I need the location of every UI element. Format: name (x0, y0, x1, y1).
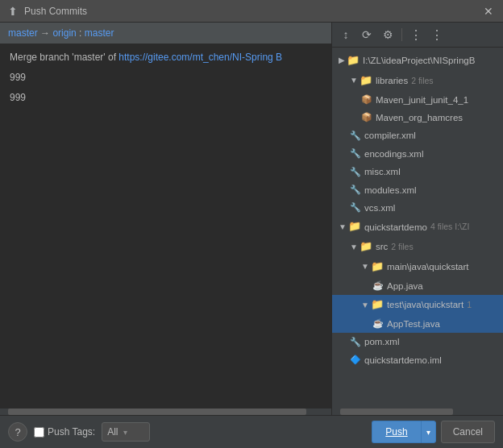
push-button-container: Push ▾ (372, 421, 435, 443)
title-bar: ⬆ Push Commits ✕ (0, 0, 503, 23)
right-panel: ↕ ⟳ ⚙ ⋮ ⋮ ▶ 📁 I:\ZL\ideaProject\NISpring… (332, 23, 503, 415)
tree-label-compiler: compiler.xml (364, 128, 416, 143)
main-content: master → origin : master Merge branch 'm… (0, 23, 503, 415)
file-icon-pom: 🔧 (350, 335, 361, 350)
tree-label-maven-junit: Maven_junit_junit_4_1 (376, 93, 468, 107)
tree-label-quickstart: quickstartdemo (364, 220, 427, 234)
tree-label-modules: modules.xml (364, 183, 417, 197)
tree-vcs-xml[interactable]: 🔧 vcs.xml (332, 199, 503, 217)
file-icon-modules: 🔧 (350, 183, 361, 197)
tree-compiler-xml[interactable]: 🔧 compiler.xml (332, 127, 503, 144)
tree-label-maven-hamcrest: Maven_org_hamcres (376, 110, 463, 125)
folder-icon-libraries: 📁 (360, 73, 372, 89)
file-icon-misc: 🔧 (350, 165, 361, 180)
tree-encodings-xml[interactable]: 🔧 encodings.xml (332, 145, 503, 163)
toolbar-btn-settings[interactable]: ⚙ (379, 26, 397, 44)
tree-label-iml: quickstartdemo.iml (364, 353, 442, 367)
file-icon-encodings: 🔧 (350, 147, 361, 161)
tree-meta-libraries: 2 files (411, 74, 433, 88)
bottom-bar: ? Push Tags: All ▾ Push ▾ Cancel (0, 415, 503, 448)
footer-buttons: Push ▾ Cancel (372, 421, 495, 443)
toolbar-separator-1 (401, 28, 402, 41)
remote-name[interactable]: origin (52, 27, 76, 39)
tree-app-java[interactable]: ☕ App.java (332, 277, 503, 295)
local-branch[interactable]: master (8, 27, 38, 39)
file-icon-apptest: ☕ (372, 317, 384, 331)
help-button[interactable]: ? (8, 422, 27, 442)
left-panel: master → origin : master Merge branch 'm… (0, 23, 332, 415)
file-icon-lib2: 📦 (361, 110, 372, 125)
push-tags-dropdown[interactable]: All ▾ (102, 422, 150, 442)
tree-src[interactable]: ▼ 📁 src 2 files (332, 237, 503, 257)
left-scrollbar[interactable] (0, 409, 331, 415)
push-dropdown-button[interactable]: ▾ (421, 421, 436, 443)
toolbar-btn-expand[interactable]: ↕ (337, 26, 355, 44)
tree-test-java[interactable]: ▼ 📁 test\java\quickstart 1 (332, 295, 503, 315)
folder-icon-test: 📁 (371, 297, 384, 313)
commit-message: Merge branch 'master' of (10, 52, 118, 63)
folder-icon-root: 📁 (347, 52, 360, 69)
push-tags-label: Push Tags: (48, 426, 95, 438)
cancel-button[interactable]: Cancel (441, 421, 495, 443)
tree-label-misc: misc.xml (364, 164, 401, 179)
commit-item: Merge branch 'master' of https://gitee.c… (0, 48, 331, 68)
tree-label-encodings: encodings.xml (364, 147, 424, 161)
branch-bar: master → origin : master (0, 23, 331, 44)
tree-misc-xml[interactable]: 🔧 misc.xml (332, 163, 503, 180)
tree-maven-hamcrest[interactable]: 📦 Maven_org_hamcres (332, 109, 503, 127)
file-icon-iml: 🔷 (350, 353, 361, 367)
tree-iml[interactable]: 🔷 quickstartdemo.iml (332, 351, 503, 369)
commit-number-1: 999 (0, 68, 331, 88)
push-button[interactable]: Push (372, 421, 420, 443)
tree-label-app: App.java (387, 279, 423, 293)
tree-meta-test: 1 (467, 298, 472, 312)
tree-label-test: test\java\quickstart (387, 297, 464, 312)
toolbar-btn-sort[interactable]: ⋮ (428, 26, 446, 44)
file-icon-compiler: 🔧 (350, 129, 361, 143)
right-scrollbar-thumb (340, 409, 453, 415)
tree-meta-src: 2 files (391, 240, 413, 254)
branch-arrow: → (40, 27, 52, 39)
title-icon: ⬆ (6, 5, 19, 18)
push-tags-value: All (107, 426, 118, 438)
close-button[interactable]: ✕ (480, 3, 497, 19)
file-tree[interactable]: ▶ 📁 I:\ZL\ideaProject\NISpringB ▼ 📁 libr… (332, 48, 503, 409)
tree-label-apptest: AppTest.java (387, 317, 440, 331)
commit-url[interactable]: https://gitee.com/mt_chen/NI-Spring B (118, 52, 282, 63)
file-icon-vcs: 🔧 (350, 201, 361, 215)
folder-icon-src: 📁 (360, 239, 372, 255)
commits-list[interactable]: Merge branch 'master' of https://gitee.c… (0, 44, 331, 409)
tree-pom-xml[interactable]: 🔧 pom.xml (332, 333, 503, 351)
file-icon-app: ☕ (372, 279, 384, 293)
tree-label-vcs: vcs.xml (364, 201, 395, 215)
right-toolbar: ↕ ⟳ ⚙ ⋮ ⋮ (332, 23, 503, 48)
tree-modules-xml[interactable]: 🔧 modules.xml (332, 181, 503, 199)
chevron-root: ▶ (339, 54, 345, 67)
toolbar-btn-refresh[interactable]: ⟳ (358, 26, 376, 44)
left-scrollbar-thumb (8, 409, 306, 415)
tree-libraries[interactable]: ▼ 📁 libraries 2 files (332, 71, 503, 91)
title-text: Push Commits (24, 6, 480, 17)
tree-label-src: src (376, 239, 388, 254)
file-icon-lib1: 📦 (361, 93, 372, 107)
push-tags-checkbox-label[interactable]: Push Tags: (34, 426, 95, 438)
right-scrollbar[interactable] (332, 409, 503, 415)
folder-icon-quickstart: 📁 (348, 218, 361, 235)
commit-number-2: 999 (0, 88, 331, 108)
tree-label-pom: pom.xml (364, 334, 399, 349)
chevron-quickstart: ▼ (339, 221, 347, 234)
tree-root[interactable]: ▶ 📁 I:\ZL\ideaProject\NISpringB (332, 51, 503, 71)
push-tags-checkbox[interactable] (34, 427, 44, 438)
tree-main-java[interactable]: ▼ 📁 main\java\quickstart (332, 257, 503, 277)
tree-label-main: main\java\quickstart (387, 259, 469, 274)
branch-separator: : (79, 27, 85, 39)
tree-maven-junit[interactable]: 📦 Maven_junit_junit_4_1 (332, 91, 503, 109)
toolbar-btn-filter[interactable]: ⋮ (407, 26, 425, 44)
remote-branch[interactable]: master (85, 27, 114, 39)
chevron-main: ▼ (361, 260, 369, 273)
tree-quickstartdemo[interactable]: ▼ 📁 quickstartdemo 4 files I:\ZI (332, 217, 503, 237)
chevron-src: ▼ (350, 241, 358, 254)
tree-label-root: I:\ZL\ideaProject\NISpringB (363, 53, 475, 68)
tree-meta-quickstart: 4 files I:\ZI (430, 220, 469, 234)
tree-apptest-java[interactable]: ☕ AppTest.java (332, 315, 503, 333)
